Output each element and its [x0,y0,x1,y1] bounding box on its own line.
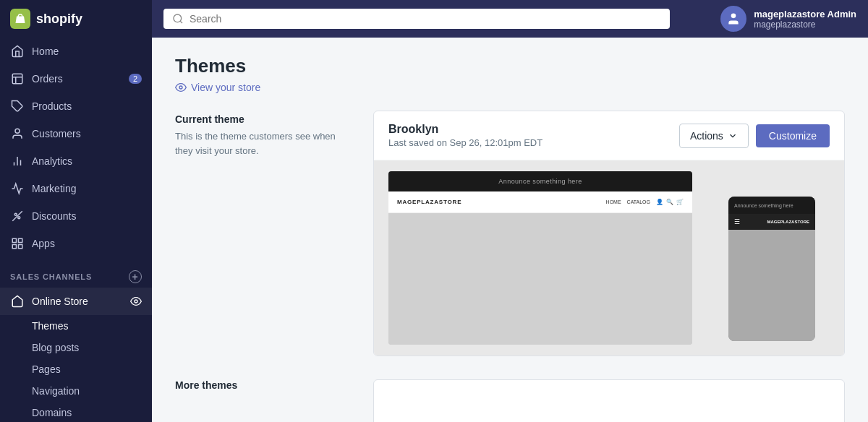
nav-catalog: CATALOG [627,199,650,204]
user-section: mageplazastore Admin mageplazastore [720,6,856,32]
products-icon [10,99,25,113]
logo-text: shopify [36,12,82,27]
add-sales-channel-button[interactable]: + [129,270,142,283]
announce-text: Announce something here [498,178,582,185]
online-store-label: Online Store [32,296,88,307]
sidebar-item-discounts[interactable]: Discounts [0,202,152,230]
sidebar-item-online-store[interactable]: Online Store [0,288,152,315]
header: mageplazastore Admin mageplazastore [152,0,868,38]
sidebar-item-customers[interactable]: Customers [0,120,152,147]
sidebar-item-home[interactable]: Home [0,38,152,65]
mobile-announce: Announce something here [728,197,815,214]
svg-point-2 [15,129,20,133]
sidebar-item-orders[interactable]: Orders 2 [0,65,152,92]
mobile-header: ☰ MAGEPLAZASTORE [728,214,815,230]
more-themes-section: More themes [175,379,845,422]
nav-home: HOME [606,199,621,204]
mobile-mockup: Announce something here ☰ MAGEPLAZASTORE [728,197,815,341]
svg-rect-12 [12,245,16,249]
sidebar-sub-item-blog-posts[interactable]: Blog posts [0,337,152,358]
content-area: Themes View your store Current theme Thi… [152,38,868,422]
search-icon [172,13,184,25]
sidebar-sub-item-domains[interactable]: Domains [0,402,152,422]
sidebar-item-orders-label: Orders [32,73,63,85]
sidebar-item-apps[interactable]: Apps [0,230,152,257]
sidebar-item-apps-label: Apps [32,238,55,249]
svg-line-19 [180,21,182,23]
main-area: mageplazastore Admin mageplazastore Them… [152,0,868,422]
home-icon [10,44,25,59]
sidebar-item-marketing-label: Marketing [32,183,76,194]
current-theme-card: Brooklyn Last saved on Sep 26, 12:01pm E… [373,111,845,356]
svg-rect-11 [19,245,22,249]
customers-icon [10,126,25,141]
analytics-icon [10,154,25,168]
svg-point-20 [731,14,736,19]
sidebar-sub-item-pages[interactable]: Pages [0,358,152,380]
mobile-logo: MAGEPLAZASTORE [767,220,809,224]
sales-channels-label: SALES CHANNELS [10,272,92,281]
pages-label: Pages [32,363,61,375]
domains-label: Domains [32,407,72,418]
more-themes-info: More themes [175,379,356,422]
announce-bar: Announce something here [388,171,692,191]
svg-point-18 [174,14,182,22]
theme-saved: Last saved on Sep 26, 12:01pm EDT [388,137,542,148]
sales-channels-header: SALES CHANNELS + [0,257,152,288]
chevron-down-icon [728,131,738,141]
nav-links: HOME CATALOG 👤🔍🛒 [606,199,684,205]
sidebar-item-discounts-label: Discounts [32,210,76,222]
mobile-menu-icon: ☰ [734,218,740,225]
nav-icons: 👤🔍🛒 [656,199,684,205]
avatar [720,6,746,32]
theme-info: Brooklyn Last saved on Sep 26, 12:01pm E… [388,123,542,148]
themes-label: Themes [32,320,69,332]
mobile-body [728,230,815,341]
sidebar: shopify Home Orders 2 Products Customers… [0,0,152,422]
sidebar-item-home-label: Home [32,46,59,57]
user-store: mageplazastore [754,20,856,30]
marketing-icon [10,181,25,196]
sidebar-item-marketing[interactable]: Marketing [0,175,152,202]
navigation-label: Navigation [32,385,80,397]
eye-icon [130,296,142,307]
user-info: mageplazastore Admin mageplazastore [754,9,856,30]
online-store-icon [10,294,25,309]
actions-label: Actions [690,130,723,142]
search-bar[interactable] [163,9,670,29]
sidebar-sub-item-navigation[interactable]: Navigation [0,380,152,402]
sidebar-item-analytics-label: Analytics [32,155,72,167]
current-theme-info: Current theme This is the theme customer… [175,111,356,356]
orders-icon [10,72,25,86]
search-input[interactable] [190,13,661,25]
svg-line-8 [12,211,22,221]
sidebar-item-analytics[interactable]: Analytics [0,147,152,175]
view-store-link[interactable]: View your store [175,82,845,93]
user-name: mageplazastore Admin [754,9,856,20]
mobile-announce-text: Announce something here [734,203,793,208]
sidebar-sub-item-themes[interactable]: Themes [0,315,152,337]
svg-point-21 [179,86,182,89]
sidebar-item-products-label: Products [32,100,72,112]
customize-button[interactable]: Customize [756,124,830,147]
more-themes-card [373,379,845,422]
svg-rect-10 [19,238,22,242]
svg-rect-0 [12,74,22,84]
svg-point-13 [135,300,137,303]
desktop-mockup: Announce something here MAGEPLAZASTORE H… [388,171,692,345]
svg-point-6 [14,213,17,215]
desktop-body [388,213,692,345]
shopify-bag-icon [10,9,30,29]
sidebar-logo: shopify [0,0,152,38]
more-themes-label: More themes [175,379,356,391]
svg-point-7 [18,217,20,219]
theme-name: Brooklyn [388,123,542,136]
actions-button[interactable]: Actions [679,124,749,148]
store-logo-text: MAGEPLAZASTORE [397,199,461,205]
svg-rect-9 [12,238,16,242]
theme-actions: Actions Customize [679,124,830,148]
store-header: MAGEPLAZASTORE HOME CATALOG 👤🔍🛒 [388,191,692,213]
blog-posts-label: Blog posts [32,342,79,353]
current-theme-desc: This is the theme customers see when the… [175,129,349,158]
sidebar-item-products[interactable]: Products [0,92,152,120]
